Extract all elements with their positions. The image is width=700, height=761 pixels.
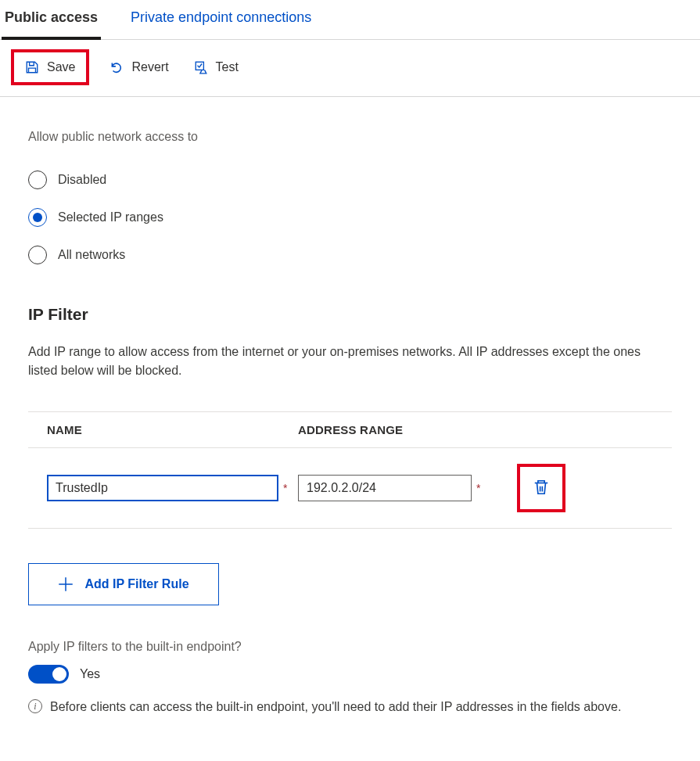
add-label: Add IP Filter Rule [84,577,188,591]
radio-label: Disabled [58,173,106,187]
save-icon [25,60,39,74]
plus-icon [58,576,74,592]
ip-filter-title: IP Filter [28,305,672,324]
access-label: Allow public network access to [28,130,672,144]
info-icon: i [28,699,42,713]
info-row: i Before clients can access the built-in… [28,698,672,716]
access-radio-group: Disabled Selected IP ranges All networks [28,161,672,274]
apply-filters-toggle[interactable] [28,665,69,684]
toolbar: Save Revert Test [0,40,700,97]
save-button[interactable]: Save [20,57,80,77]
toggle-label: Yes [80,667,100,681]
save-highlight: Save [11,49,89,85]
trash-icon [533,479,550,496]
table-header: NAME ADDRESS RANGE [28,412,672,448]
radio-selected-ip[interactable]: Selected IP ranges [28,199,672,236]
radio-label: Selected IP ranges [58,210,163,224]
delete-highlight [517,464,565,512]
tab-public-access[interactable]: Public access [2,5,101,40]
required-mark: * [283,482,287,494]
radio-icon [28,246,47,264]
tab-private-endpoints[interactable]: Private endpoint connections [127,5,314,39]
radio-checked-icon [28,208,47,227]
apply-filters-label: Apply IP filters to the built-in endpoin… [28,640,672,654]
radio-icon [28,171,47,189]
add-ip-filter-button[interactable]: Add IP Filter Rule [28,563,219,605]
revert-label: Revert [131,60,168,74]
revert-icon [109,60,124,74]
address-input[interactable] [298,475,472,501]
col-name: NAME [28,423,298,436]
required-mark: * [476,482,480,494]
test-button[interactable]: Test [189,57,243,77]
revert-button[interactable]: Revert [105,57,173,77]
radio-all-networks[interactable]: All networks [28,236,672,274]
toggle-row: Yes [28,665,672,684]
name-input[interactable] [47,475,278,501]
table-row: * * [28,448,672,529]
save-label: Save [47,60,75,74]
tab-bar: Public access Private endpoint connectio… [0,0,700,40]
delete-button[interactable] [533,479,550,498]
radio-disabled[interactable]: Disabled [28,161,672,199]
col-addr: ADDRESS RANGE [298,423,501,436]
radio-label: All networks [58,248,125,262]
info-text: Before clients can access the built-in e… [50,698,621,716]
ip-filter-table: NAME ADDRESS RANGE * * [28,411,672,529]
test-label: Test [216,60,239,74]
ip-filter-desc: Add IP range to allow access from the in… [28,343,672,380]
test-icon [194,60,208,74]
